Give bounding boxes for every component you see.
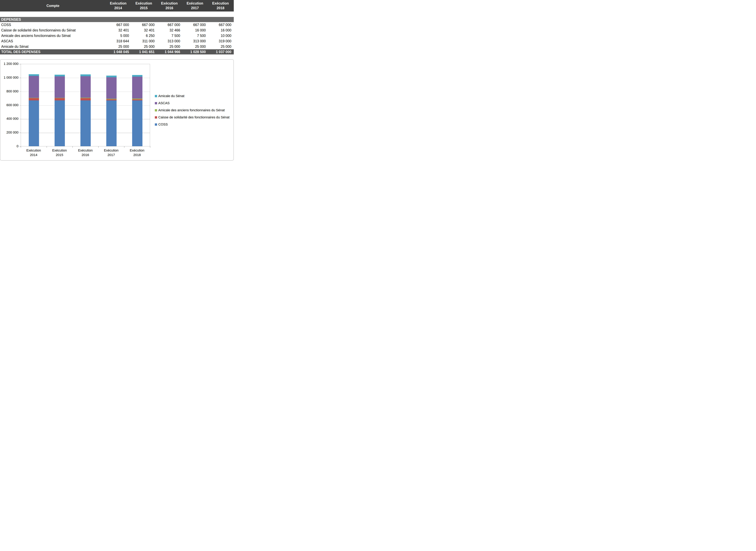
cell-value: 25 000: [157, 45, 182, 49]
bar-segment-coss: [132, 100, 142, 146]
legend-label: Amicale des anciens fonctionnaires du Sé…: [158, 108, 225, 112]
header-cell-compte: Compte: [0, 4, 106, 8]
row-label: ASCAS: [0, 39, 106, 43]
cell-value: 667 000: [157, 23, 182, 27]
stacked-bar-chart: 0200 000400 000600 000800 0001 000 0001 …: [0, 59, 234, 160]
header-year-line1: Exécution: [161, 1, 178, 6]
header-cell-year-2014: Exécution 2014: [106, 1, 131, 10]
y-axis-tick-label: 0: [0, 144, 18, 148]
bar-segment-amicale-du-s-nat: [106, 76, 117, 77]
row-label: COSS: [0, 23, 106, 27]
section-header-depenses: DEPENSES: [0, 17, 234, 22]
x-axis-tick: [72, 146, 73, 147]
row-label: Amicale des anciens fonctionnaires du Sé…: [0, 34, 106, 38]
bar-segment-coss: [80, 100, 91, 146]
legend-swatch: [155, 116, 157, 118]
cell-value: 25 000: [208, 45, 234, 49]
bar-segment-caisse-de-solidarit-des-fonctionnaires-du-s-nat: [29, 98, 39, 100]
cell-value: 32 466: [157, 28, 182, 32]
header-cell-year-2018: Exécution 2018: [208, 1, 234, 10]
cell-value: 318 644: [106, 39, 131, 43]
bar-segment-amicale-du-s-nat: [55, 75, 65, 76]
bar-segment-ascas: [132, 77, 142, 99]
cell-value: 313 000: [183, 39, 208, 43]
total-value: 1 044 966: [157, 50, 182, 54]
legend-label: COSS: [158, 122, 168, 126]
header-year-line2: 2017: [191, 6, 199, 10]
legend-swatch: [155, 95, 157, 97]
x-axis-category-label: Exécution 2016: [75, 148, 95, 157]
bar-segment-ascas: [106, 77, 117, 99]
legend-swatch: [155, 109, 157, 111]
cell-value: 6 250: [131, 34, 157, 38]
bar-segment-amicale-du-s-nat: [80, 74, 91, 76]
bar-segment-ascas: [55, 76, 65, 98]
header-cell-year-2017: Exécution 2017: [183, 1, 208, 10]
total-label: TOTAL DES DEPENSES: [0, 50, 106, 54]
legend-item: Amicale du Sénat: [155, 94, 229, 98]
total-value: 1 037 000: [208, 50, 234, 54]
legend-swatch: [155, 102, 157, 104]
chart-legend: Amicale du SénatASCASAmicale des anciens…: [155, 94, 229, 126]
header-year-line2: 2016: [165, 6, 173, 10]
legend-label: Amicale du Sénat: [158, 94, 184, 98]
bar-segment-ascas: [29, 76, 39, 98]
cell-value: 25 000: [106, 45, 131, 49]
x-axis-category-label: Exécution 2018: [127, 148, 147, 157]
cell-value: 7 500: [183, 34, 208, 38]
y-axis-tick: [19, 119, 21, 119]
total-value: 1 041 651: [131, 50, 157, 54]
cell-value: 667 000: [131, 23, 157, 27]
expenses-table: Compte Exécution 2014 Exécution 2015 Exé…: [0, 0, 234, 54]
x-axis-tick: [47, 146, 47, 147]
cell-value: 25 000: [131, 45, 157, 49]
row-label: Caisse de solidarité des fonctionnaires …: [0, 28, 106, 32]
legend-label: Caisse de solidarité des fonctionnaires …: [158, 115, 229, 119]
cell-value: 25 000: [183, 45, 208, 49]
legend-item: Amicale des anciens fonctionnaires du Sé…: [155, 108, 229, 112]
header-year-line1: Exécution: [135, 1, 152, 6]
y-axis-tick-label: 1 000 000: [0, 76, 18, 79]
bar-segment-coss: [29, 100, 39, 146]
cell-value: 319 000: [208, 39, 234, 43]
bar-segment-caisse-de-solidarit-des-fonctionnaires-du-s-nat: [80, 98, 91, 100]
bar-segment-ascas: [80, 76, 91, 98]
x-axis-tick: [150, 146, 150, 147]
y-axis-tick: [19, 78, 21, 78]
bar-segment-amicale-des-anciens-fonctionnaires-du-s-nat: [80, 98, 91, 98]
cell-value: 32 401: [106, 28, 131, 32]
plot-area: [21, 64, 150, 146]
cell-value: 311 000: [131, 39, 157, 43]
y-axis-tick-label: 200 000: [0, 130, 18, 134]
table-header-row: Compte Exécution 2014 Exécution 2015 Exé…: [0, 0, 234, 11]
cell-value: 667 000: [183, 23, 208, 27]
bar-segment-caisse-de-solidarit-des-fonctionnaires-du-s-nat: [132, 99, 142, 100]
bar-segment-amicale-du-s-nat: [29, 74, 39, 76]
y-axis-tick-label: 400 000: [0, 117, 18, 121]
cell-value: 667 000: [208, 23, 234, 27]
x-axis-category-label: Exécution 2017: [101, 148, 121, 157]
header-year-line1: Exécution: [186, 1, 203, 6]
table-row: Amicale des anciens fonctionnaires du Sé…: [0, 33, 234, 38]
legend-item: ASCAS: [155, 101, 229, 105]
table-row: Caisse de solidarité des fonctionnaires …: [0, 28, 234, 33]
cell-value: 16 000: [183, 28, 208, 32]
report-page: Compte Exécution 2014 Exécution 2015 Exé…: [0, 0, 234, 161]
total-row: TOTAL DES DEPENSES 1 048 045 1 041 651 1…: [0, 49, 234, 54]
y-axis-tick: [19, 64, 21, 64]
row-label: Amicale du Sénat: [0, 45, 106, 49]
table-row: COSS 667 000 667 000 667 000 667 000 667…: [0, 22, 234, 28]
bar-segment-amicale-des-anciens-fonctionnaires-du-s-nat: [132, 99, 142, 99]
x-axis-tick: [124, 146, 124, 147]
bar-segment-caisse-de-solidarit-des-fonctionnaires-du-s-nat: [106, 99, 117, 100]
cell-value: 5 000: [106, 34, 131, 38]
legend-swatch: [155, 123, 157, 126]
cell-value: 16 000: [208, 28, 234, 32]
header-cell-year-2016: Exécution 2016: [157, 1, 182, 10]
bar-segment-amicale-des-anciens-fonctionnaires-du-s-nat: [106, 99, 117, 99]
cell-value: 313 000: [157, 39, 182, 43]
total-value: 1 028 500: [183, 50, 208, 54]
header-year-line2: 2018: [217, 6, 224, 10]
header-year-line2: 2015: [140, 6, 148, 10]
legend-item: Caisse de solidarité des fonctionnaires …: [155, 115, 229, 119]
